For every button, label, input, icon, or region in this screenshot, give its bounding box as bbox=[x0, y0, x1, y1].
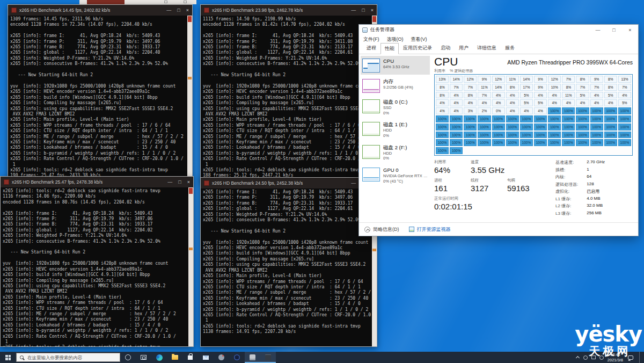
taskbar-icon-photos[interactable] bbox=[214, 352, 229, 363]
sidebar-item-detail: NVIDIA GeForce RTX 306... bbox=[383, 173, 428, 179]
tab-details[interactable]: 详细信息 bbox=[473, 42, 501, 54]
desktop: x265 HD Benchmark 14.45 fps, 2402.82 kb/… bbox=[0, 0, 644, 363]
sidebar-item-cpu[interactable]: CPU64% 3.53 GHz bbox=[361, 56, 430, 75]
disk1-mini-graph-icon bbox=[362, 122, 380, 136]
tab-users[interactable]: 用户 bbox=[455, 42, 473, 54]
taskbar-icon-task-view[interactable] bbox=[136, 352, 151, 363]
clock[interactable]: 18:44 2021/3/8 bbox=[608, 352, 623, 363]
sidebar-item-name: GPU 0 bbox=[383, 167, 428, 173]
start-button[interactable] bbox=[0, 352, 16, 363]
taskbar-search-box[interactable] bbox=[16, 353, 120, 362]
tray-network-icon[interactable] bbox=[591, 355, 596, 359]
taskbar-icon-cpuz[interactable] bbox=[245, 352, 260, 363]
logical-processor-cell: 7% bbox=[464, 84, 477, 91]
logical-processor-cell: 9% bbox=[534, 76, 547, 83]
detail-label: 虚拟化: bbox=[555, 188, 578, 194]
tab-services[interactable]: 服务 bbox=[501, 42, 519, 54]
tab-processes[interactable]: 进程 bbox=[362, 42, 380, 54]
chevron-up-icon bbox=[364, 227, 370, 233]
taskbar-icon-steam[interactable] bbox=[229, 352, 245, 363]
cpu-model-name: AMD Ryzen Threadripper PRO 3995WX 64-Cor… bbox=[507, 59, 633, 66]
menu-view[interactable]: 查看(V) bbox=[411, 36, 427, 43]
taskbar-icon-cortana[interactable] bbox=[120, 352, 136, 363]
logical-processor-cell: 7% bbox=[590, 84, 603, 91]
terminal-titlebar[interactable]: x265 HD Benchmark 23.98 fps, 2462.78 kb/… bbox=[201, 5, 377, 16]
open-resource-monitor-link[interactable]: 打开资源监视器 bbox=[409, 226, 451, 233]
tab-performance[interactable]: 性能 bbox=[380, 43, 399, 54]
sidebar-item-detail: SSD bbox=[383, 105, 407, 111]
logical-processor-cell: 4% bbox=[618, 92, 631, 99]
logical-processor-cell: 100% bbox=[478, 115, 491, 122]
minimize-button[interactable]: — bbox=[590, 25, 606, 35]
terminal-titlebar[interactable]: x265 HD Benchmark 25.47 fps, 2478.38 kb/… bbox=[1, 177, 193, 187]
menu-options[interactable]: 选项(O) bbox=[387, 36, 404, 43]
taskbar-icon-benchmark[interactable] bbox=[260, 352, 276, 363]
sidebar-item-disk1[interactable]: 磁盘 1 (E:)HDD0% bbox=[361, 119, 430, 140]
terminal-window-bottom-left[interactable]: x265 HD Benchmark 25.47 fps, 2478.38 kb/… bbox=[0, 176, 194, 347]
scrollbar[interactable] bbox=[187, 16, 192, 177]
show-desktop-button[interactable] bbox=[639, 352, 642, 363]
hidden-icons-chevron[interactable] bbox=[576, 355, 580, 359]
tab-app-history[interactable]: 应用历史记录 bbox=[399, 42, 436, 54]
logical-processor-cell: 100% bbox=[506, 132, 519, 139]
sidebar-item-disk0[interactable]: 磁盘 0 (C:)SSD0% bbox=[361, 97, 430, 118]
logical-processor-cell: 100% bbox=[534, 115, 547, 122]
cpu-core-heatmap[interactable]: 13%14%12%9%12%11%14%9%12%7%8%9%8%13%8%7%… bbox=[434, 74, 633, 156]
notification-center-icon[interactable] bbox=[628, 355, 633, 360]
logical-processor-cell: 4% bbox=[464, 99, 477, 106]
logical-processor-cell: 8% bbox=[562, 84, 575, 91]
fewer-details-button[interactable]: 简略信息(D) bbox=[364, 226, 399, 233]
logical-processor-cell: 100% bbox=[604, 139, 617, 146]
terminal-title: x265 HD Benchmark 24.50 fps, 2452.38 kb/… bbox=[212, 180, 303, 186]
close-button[interactable]: × bbox=[622, 25, 638, 35]
logical-processor-cell: 100% bbox=[548, 132, 561, 139]
tray-volume-icon[interactable] bbox=[599, 355, 604, 360]
maximize-button[interactable]: □ bbox=[177, 8, 180, 13]
sidebar-item-name: 磁盘 2 (F:) bbox=[383, 144, 407, 151]
taskbar-icon-mail[interactable] bbox=[198, 352, 214, 363]
close-button[interactable]: × bbox=[186, 8, 189, 13]
terminal-window-top-left[interactable]: x265 HD Benchmark 14.45 fps, 2402.82 kb/… bbox=[8, 4, 193, 177]
maximize-button[interactable]: □ bbox=[178, 179, 181, 185]
task-manager-titlebar[interactable]: 任务管理器 — □ × bbox=[359, 25, 638, 35]
detail-label: L3 缓存: bbox=[555, 210, 578, 216]
taskbar-icon-store[interactable] bbox=[182, 352, 198, 363]
close-button[interactable]: × bbox=[187, 179, 190, 185]
logical-processor-cell: 4% bbox=[478, 99, 491, 106]
logical-processor-cell: 100% bbox=[464, 115, 477, 122]
close-button[interactable]: × bbox=[371, 8, 374, 13]
scrollbar[interactable] bbox=[188, 187, 193, 346]
logical-processor-cell: 100% bbox=[492, 124, 505, 130]
taskbar-icon-file-explorer[interactable] bbox=[167, 352, 182, 363]
terminal-window-bottom-middle[interactable]: x265 HD Benchmark 24.50 fps, 2452.38 kb/… bbox=[200, 177, 377, 347]
benchmark-icon bbox=[265, 354, 271, 360]
logical-processor-cell: 100% bbox=[604, 124, 617, 130]
menu-file[interactable]: 文件(F) bbox=[363, 36, 379, 43]
task-manager-window[interactable]: 任务管理器 — □ × 文件(F)选项(O)查看(V) 进程性能应用历史记录启动… bbox=[358, 24, 639, 236]
tray-onedrive-icon[interactable] bbox=[583, 355, 588, 360]
sidebar-item-detail: HDD bbox=[383, 151, 407, 156]
terminal-titlebar[interactable]: x265 HD Benchmark 24.50 fps, 2452.38 kb/… bbox=[201, 178, 377, 188]
sidebar-item-gpu0[interactable]: GPU 0NVIDIA GeForce RTX 306...0% (43 °C) bbox=[361, 165, 430, 186]
logical-processor-cell: 100% bbox=[604, 132, 617, 139]
minimize-button[interactable]: — bbox=[166, 8, 171, 13]
tab-startup[interactable]: 启动 bbox=[436, 42, 455, 54]
sidebar-item-disk2[interactable]: 磁盘 2 (F:)HDD0% bbox=[361, 142, 430, 163]
minimize-button[interactable]: — bbox=[167, 179, 172, 185]
sidebar-item-memory[interactable]: 内存9.2/256 GB (4%) bbox=[361, 76, 430, 95]
terminal-titlebar[interactable]: x265 HD Benchmark 14.45 fps, 2402.82 kb/… bbox=[8, 5, 192, 16]
logical-processor-cell: 7% bbox=[478, 92, 491, 99]
maximize-button[interactable]: □ bbox=[362, 8, 364, 13]
minimize-button[interactable]: — bbox=[351, 180, 356, 186]
maximize-button[interactable]: □ bbox=[606, 25, 622, 35]
taskbar-icon-edge[interactable] bbox=[151, 352, 167, 363]
minimize-button[interactable]: — bbox=[351, 8, 356, 13]
logical-processor-cell: 100% bbox=[590, 124, 603, 130]
search-icon bbox=[20, 355, 24, 359]
logical-processor-cell: 100% bbox=[520, 124, 533, 130]
terminal-window-top-middle[interactable]: x265 HD Benchmark 23.98 fps, 2462.78 kb/… bbox=[200, 4, 377, 182]
utilization-value: 64% bbox=[434, 165, 461, 175]
search-input[interactable] bbox=[26, 354, 116, 361]
taskbar-icons bbox=[120, 352, 276, 363]
logical-processor-cell: 100% bbox=[618, 124, 631, 130]
